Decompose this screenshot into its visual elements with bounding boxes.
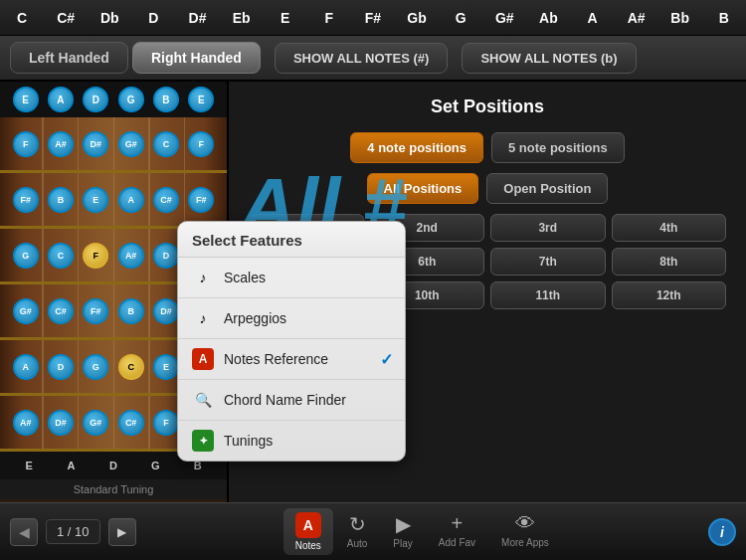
bottom-tab-play[interactable]: ▶Play <box>381 508 424 555</box>
note-label-a[interactable]: A <box>572 10 612 26</box>
bottom-tab-label-3: Add Fav <box>439 537 475 548</box>
position-btn-11th[interactable]: 11th <box>490 281 606 309</box>
prev-arrow-btn[interactable]: ◀ <box>10 518 38 546</box>
note-label-e[interactable]: E <box>266 10 305 26</box>
note-label-gflat[interactable]: Gb <box>397 10 437 26</box>
dropdown-item-label-1: Arpeggios <box>224 310 286 326</box>
note-label-gsharp[interactable]: G# <box>484 10 524 26</box>
bottom-tab-add-fav[interactable]: +Add Fav <box>427 508 487 555</box>
bottom-tab-icon-1: ↻ <box>349 512 366 536</box>
play-button[interactable]: ▶ <box>108 518 136 546</box>
note-label-csharp[interactable]: C# <box>46 10 86 26</box>
note-circle-4-4[interactable]: E <box>153 354 179 380</box>
note-label-eflat[interactable]: Eb <box>222 10 262 26</box>
show-all-flat-btn[interactable]: SHOW ALL NOTES (b) <box>462 43 636 74</box>
show-all-sharp-btn[interactable]: SHOW ALL NOTES (#) <box>275 43 449 74</box>
note-circle-1-1[interactable]: B <box>48 187 74 213</box>
bottom-toolbar: ◀ 1 / 10 ▶ ANotes↻Auto▶Play+Add Fav👁More… <box>0 502 746 560</box>
bottom-tab-label-1: Auto <box>347 538 368 549</box>
note-circle-1-2[interactable]: E <box>83 187 108 213</box>
note-circle-5-2[interactable]: G# <box>83 410 108 436</box>
note-circle-4-2[interactable]: G <box>83 354 108 380</box>
bottom-tab-label-2: Play <box>393 538 412 549</box>
note-circle-3-4[interactable]: D# <box>153 298 179 324</box>
four-note-positions-btn[interactable]: 4 note positions <box>350 132 483 163</box>
dropdown-item-tunings[interactable]: ✦Tunings <box>178 421 405 461</box>
page-counter: 1 / 10 <box>46 519 100 544</box>
note-circle-0-3[interactable]: G# <box>118 131 144 157</box>
note-circle-4-0[interactable]: A <box>13 354 39 380</box>
note-label-aflat[interactable]: Ab <box>528 10 568 26</box>
bottom-string-label-2: D <box>100 460 126 471</box>
bottom-string-label-0: E <box>16 460 42 471</box>
note-label-d[interactable]: D <box>133 10 173 26</box>
position-btn-3rd[interactable]: 3rd <box>490 214 606 242</box>
open-string-0: E <box>13 87 39 112</box>
note-label-c[interactable]: C <box>2 10 42 26</box>
dropdown-item-scales[interactable]: ♪Scales <box>178 258 405 298</box>
position-btn-8th[interactable]: 8th <box>612 248 727 276</box>
note-circle-0-2[interactable]: D# <box>83 131 108 157</box>
note-circle-2-3[interactable]: A# <box>118 243 144 269</box>
note-label-asharp[interactable]: A# <box>617 10 656 26</box>
note-circle-3-3[interactable]: B <box>118 298 144 324</box>
note-circle-2-2[interactable]: F <box>83 243 108 269</box>
dropdown-item-notes-reference[interactable]: ANotes Reference✓ <box>178 339 405 380</box>
note-circle-3-2[interactable]: F# <box>83 298 108 324</box>
open-position-btn[interactable]: Open Position <box>486 173 608 204</box>
note-circle-5-0[interactable]: A# <box>13 410 39 436</box>
left-handed-tab[interactable]: Left Handed <box>10 42 128 74</box>
note-label-dsharp[interactable]: D# <box>177 10 217 26</box>
info-button[interactable]: i <box>708 518 736 546</box>
note-circle-2-4[interactable]: D <box>153 243 179 269</box>
five-note-positions-btn[interactable]: 5 note positions <box>491 132 625 163</box>
note-circle-1-5[interactable]: F# <box>188 187 214 213</box>
dropdown-header: Select Features <box>178 222 405 258</box>
bottom-tab-auto[interactable]: ↻Auto <box>335 508 380 555</box>
note-label-f[interactable]: F <box>309 10 349 26</box>
note-circle-5-4[interactable]: F <box>153 410 179 436</box>
note-label-fsharp[interactable]: F# <box>353 10 393 26</box>
tuning-label: Standard Tuning <box>0 479 227 499</box>
note-circle-4-1[interactable]: D <box>48 354 74 380</box>
dropdown-item-arpeggios[interactable]: ♪Arpeggios <box>178 298 405 339</box>
bottom-tab-label-4: More Apps <box>501 537 549 548</box>
all-positions-btn[interactable]: All Positions <box>367 173 479 204</box>
position-btn-7th[interactable]: 7th <box>490 248 606 276</box>
note-label-flat[interactable]: B <box>704 10 744 26</box>
open-strings-row: EADGBE <box>0 82 227 117</box>
note-circle-5-3[interactable]: C# <box>118 410 144 436</box>
all-positions-row: All Positions Open Position <box>249 173 726 204</box>
note-label-flatb[interactable]: Bb <box>660 10 700 26</box>
bottom-string-label-1: A <box>59 460 85 471</box>
dropdown-item-icon-3: 🔍 <box>192 389 214 411</box>
note-circle-1-3[interactable]: A <box>118 187 144 213</box>
right-handed-tab[interactable]: Right Handed <box>132 42 261 74</box>
fret-strings-2: F#BEAC#F# <box>0 173 227 226</box>
position-btn-4th[interactable]: 4th <box>612 214 727 242</box>
bottom-tab-notes[interactable]: ANotes <box>283 508 333 555</box>
dropdown-item-icon-4: ✦ <box>192 430 214 452</box>
dropdown-item-chord-name-finder[interactable]: 🔍Chord Name Finder <box>178 380 405 421</box>
open-string-4: B <box>153 87 179 112</box>
note-circle-1-0[interactable]: F# <box>13 187 39 213</box>
bottom-tab-more-apps[interactable]: 👁More Apps <box>489 508 561 555</box>
note-label-dflat[interactable]: Db <box>90 10 129 26</box>
note-circle-0-4[interactable]: C <box>153 131 179 157</box>
note-circle-5-1[interactable]: D# <box>48 410 74 436</box>
main-area: EADGBE 1FA#D#G#CF2F#BEAC#F#3GCFA#DG4G#C#… <box>0 82 746 502</box>
navigation-controls: ◀ 1 / 10 ▶ <box>10 518 136 546</box>
note-circle-0-1[interactable]: A# <box>48 131 74 157</box>
note-circle-3-1[interactable]: C# <box>48 298 74 324</box>
bottom-tab-icon-3: + <box>452 512 464 535</box>
note-circle-4-3[interactable]: C <box>118 354 144 380</box>
note-circle-0-5[interactable]: F <box>188 131 214 157</box>
note-circle-1-4[interactable]: C# <box>153 187 179 213</box>
note-circle-2-0[interactable]: G <box>13 243 39 269</box>
note-label-g[interactable]: G <box>441 10 480 26</box>
note-circle-0-0[interactable]: F <box>13 131 39 157</box>
open-string-5: E <box>188 87 214 112</box>
note-circle-3-0[interactable]: G# <box>13 298 39 324</box>
position-btn-12th[interactable]: 12th <box>612 281 727 309</box>
note-circle-2-1[interactable]: C <box>48 243 74 269</box>
